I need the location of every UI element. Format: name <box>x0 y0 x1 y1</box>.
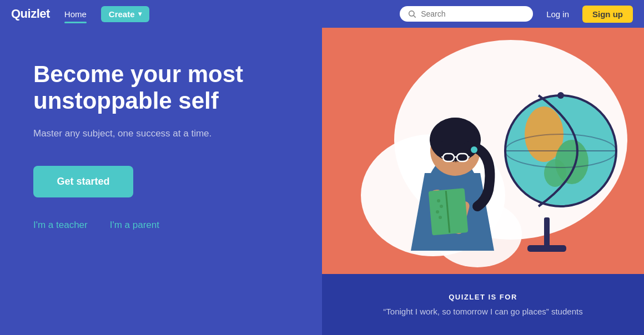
svg-point-29 <box>471 146 477 153</box>
signup-button[interactable]: Sign up <box>582 6 633 23</box>
illustration-area <box>322 28 644 274</box>
get-started-button[interactable]: Get started <box>33 166 133 197</box>
main-content: Become your most unstoppable self Master… <box>0 28 644 335</box>
search-bar[interactable] <box>400 6 533 22</box>
svg-point-11 <box>544 159 566 187</box>
hero-illustration <box>322 28 644 274</box>
create-button[interactable]: Create ▾ <box>101 6 149 22</box>
right-panel: QUIZLET IS FOR “Tonight I work, so tomor… <box>322 28 644 335</box>
svg-rect-7 <box>527 245 566 252</box>
navbar: Quizlet Home Create ▾ Log in Sign up <box>0 0 644 28</box>
search-input[interactable] <box>421 9 525 18</box>
svg-point-24 <box>436 210 439 214</box>
quizlet-is-for-label: QUIZLET IS FOR <box>449 293 517 301</box>
parent-link[interactable]: I'm a parent <box>110 220 159 231</box>
quote-text: “Tonight I work, so tomorrow I can go pl… <box>383 307 582 316</box>
svg-point-15 <box>557 92 564 99</box>
nav-active-indicator <box>64 22 87 23</box>
search-icon <box>407 9 416 18</box>
nav-home-link[interactable]: Home <box>59 6 92 22</box>
svg-point-23 <box>440 205 443 208</box>
hero-title: Become your most unstoppable self <box>33 61 289 115</box>
left-panel: Become your most unstoppable self Master… <box>0 28 322 335</box>
logo: Quizlet <box>11 7 50 21</box>
chevron-down-icon: ▾ <box>138 10 142 18</box>
svg-point-25 <box>439 216 442 219</box>
hero-subtitle: Master any subject, one success at a tim… <box>33 128 289 139</box>
svg-point-28 <box>436 118 475 145</box>
home-label: Home <box>64 9 87 19</box>
svg-point-0 <box>409 11 414 16</box>
login-button[interactable]: Log in <box>542 9 573 19</box>
svg-point-22 <box>437 199 440 202</box>
role-links: I'm a teacher I'm a parent <box>33 220 289 231</box>
bottom-section: QUIZLET IS FOR “Tonight I work, so tomor… <box>322 274 644 335</box>
create-label: Create <box>109 9 135 19</box>
svg-line-1 <box>414 16 416 18</box>
teacher-link[interactable]: I'm a teacher <box>33 220 88 231</box>
